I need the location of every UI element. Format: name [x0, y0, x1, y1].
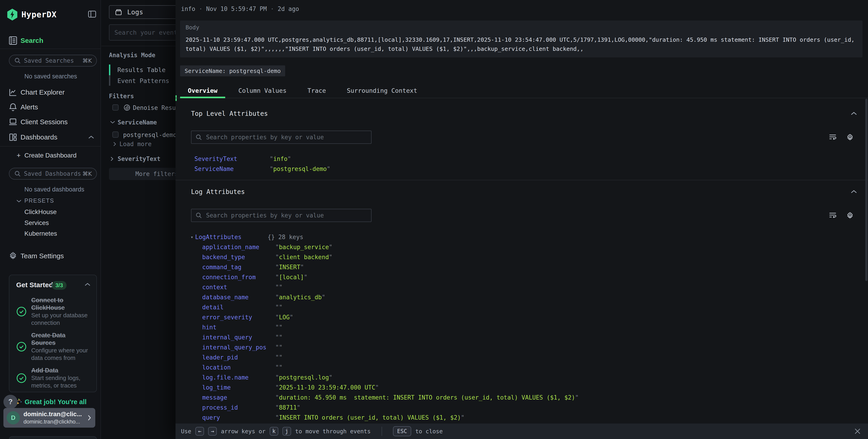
tab-surrounding-context[interactable]: Surrounding Context: [339, 85, 425, 98]
attribute-key[interactable]: database_name: [202, 294, 275, 301]
filter-option-postgresql-demo[interactable]: postgresql-demo: [123, 131, 177, 138]
sidebar-item-alerts[interactable]: Alerts: [0, 101, 101, 113]
preset-clickhouse[interactable]: ClickHouse: [24, 208, 57, 216]
sidebar-item-team-settings[interactable]: Team Settings: [0, 250, 101, 262]
mode-event-patterns[interactable]: Event Patterns: [117, 77, 169, 84]
postgresql-demo-checkbox[interactable]: [113, 131, 119, 138]
chevron-down-icon[interactable]: [110, 120, 116, 124]
scrollbar-thumb[interactable]: [865, 99, 868, 281]
attribute-value[interactable]: LOG: [275, 314, 293, 321]
tab-overview[interactable]: Overview: [180, 85, 225, 98]
attribute-value[interactable]: [local]: [275, 274, 308, 281]
attribute-key[interactable]: backend_type: [202, 254, 275, 260]
filter-group-servicename[interactable]: ServiceName: [118, 119, 157, 126]
attribute-key[interactable]: detail: [202, 304, 275, 311]
attribute-key[interactable]: ServiceName: [194, 165, 270, 172]
attribute-value[interactable]: client backend: [275, 254, 332, 260]
wrap-lines-icon[interactable]: [829, 212, 837, 220]
chevron-right-icon[interactable]: [113, 141, 117, 147]
sidebar-item-client-sessions[interactable]: Client Sessions: [0, 116, 101, 128]
chevron-up-icon[interactable]: [88, 135, 95, 139]
chevron-up-icon[interactable]: [84, 282, 91, 286]
presets-toggle[interactable]: PRESETS: [0, 196, 101, 206]
chevron-up-icon[interactable]: [850, 111, 858, 116]
tab-column-values[interactable]: Column Values: [231, 85, 294, 98]
attribute-value[interactable]: [275, 284, 282, 291]
attribute-key[interactable]: command_tag: [202, 264, 275, 271]
bottom-banner-partial[interactable]: [9, 436, 97, 439]
saved-dashboards-field[interactable]: [24, 170, 83, 177]
attribute-value[interactable]: INSERT INTO orders (user_id, total) VALU…: [275, 414, 465, 421]
attribute-value[interactable]: [275, 304, 282, 311]
tree-collapse-icon[interactable]: ▾: [191, 234, 195, 240]
chevron-right-icon[interactable]: [110, 156, 114, 162]
attribute-key[interactable]: error_severity: [202, 314, 275, 321]
attribute-key[interactable]: log_time: [202, 384, 275, 391]
create-dashboard-button[interactable]: + Create Dashboard: [0, 150, 101, 161]
load-more-link[interactable]: Load more: [119, 140, 152, 148]
attribute-key[interactable]: process_id: [202, 404, 275, 411]
attribute-key[interactable]: internal_query_pos: [202, 344, 275, 351]
attribute-key[interactable]: internal_query: [202, 334, 275, 341]
top-level-search-input[interactable]: [191, 131, 372, 144]
attribute-key[interactable]: message: [202, 394, 275, 401]
brand[interactable]: HyperDX: [7, 9, 57, 21]
preset-kubernetes[interactable]: Kubernetes: [24, 230, 57, 237]
log-attributes-search-field[interactable]: [206, 212, 371, 219]
attribute-value[interactable]: postgresql-demo: [270, 165, 330, 172]
user-menu[interactable]: D dominic.tran@clic... dominic.tran@clic…: [3, 408, 95, 428]
attribute-value[interactable]: [275, 344, 282, 351]
attribute-key[interactable]: hint: [202, 324, 275, 331]
service-tag-chip[interactable]: ServiceName: postgresql-demo: [180, 65, 285, 76]
attribute-value[interactable]: duration: 45.950 ms statement: INSERT IN…: [275, 394, 579, 401]
attribute-value[interactable]: INSERT: [275, 264, 304, 271]
log-attributes-root-row: ▾ LogAttributes {} 28 keys: [191, 232, 242, 242]
saved-searches-input[interactable]: ⌘K: [9, 55, 97, 67]
sidebar-collapse-icon[interactable]: [88, 10, 96, 18]
get-started-title: Get Started: [16, 281, 53, 289]
attribute-value[interactable]: 88711: [275, 404, 301, 411]
attribute-value[interactable]: 2025-11-10 23:59:47.000 UTC: [275, 384, 379, 391]
body-text[interactable]: 2025-11-10 23:59:47.000 UTC,postgres,ana…: [186, 35, 857, 54]
settings-gear-icon[interactable]: [846, 212, 854, 220]
attribute-value[interactable]: [275, 354, 282, 361]
attribute-key[interactable]: log.file.name: [202, 374, 275, 381]
saved-dashboards-input[interactable]: ⌘K: [9, 168, 97, 180]
help-button[interactable]: ?: [3, 395, 18, 409]
attribute-key[interactable]: leader_pid: [202, 354, 275, 361]
chevron-up-icon[interactable]: [850, 189, 858, 194]
get-started-header[interactable]: Get Started 3/3: [9, 275, 96, 291]
attribute-value[interactable]: info: [270, 155, 291, 162]
sidebar-item-chart-explorer[interactable]: Chart Explorer: [0, 86, 101, 98]
mode-results-table[interactable]: Results Table: [117, 66, 165, 73]
attribute-value[interactable]: postgresql.log: [275, 374, 332, 381]
attribute-key[interactable]: SeverityText: [194, 155, 270, 162]
attribute-value[interactable]: backup_service: [275, 244, 332, 251]
get-started-step-sources[interactable]: Create Data Sources Configure where your…: [16, 332, 91, 362]
wrap-lines-icon[interactable]: [829, 133, 837, 141]
filter-group-severitytext[interactable]: SeverityText: [118, 155, 160, 162]
attribute-key[interactable]: context: [202, 284, 275, 291]
get-started-card: Get Started 3/3 Connect to ClickHouse Se…: [9, 275, 97, 392]
attribute-value[interactable]: [275, 334, 282, 341]
tab-trace[interactable]: Trace: [300, 85, 334, 98]
top-level-search-field[interactable]: [206, 134, 371, 140]
saved-searches-field[interactable]: [24, 57, 83, 64]
attribute-value[interactable]: [275, 364, 282, 371]
get-started-step-add-data[interactable]: Add Data Start sending logs, metrics, or…: [16, 367, 91, 389]
attribute-key[interactable]: query: [202, 414, 275, 421]
attribute-key[interactable]: location: [202, 364, 275, 371]
attribute-key[interactable]: connection_from: [202, 274, 275, 281]
tree-root-key[interactable]: LogAttributes: [195, 233, 242, 241]
preset-services[interactable]: Services: [24, 219, 49, 226]
sidebar-item-search[interactable]: Search: [0, 35, 101, 46]
settings-gear-icon[interactable]: [846, 133, 854, 141]
close-icon[interactable]: [854, 427, 862, 435]
log-attributes-search-input[interactable]: [191, 209, 372, 222]
denoise-checkbox[interactable]: [113, 104, 119, 111]
sidebar-item-dashboards[interactable]: Dashboards: [0, 131, 101, 143]
attribute-value[interactable]: analytics_db: [275, 294, 325, 301]
get-started-step-connect[interactable]: Connect to ClickHouse Set up your databa…: [16, 296, 91, 326]
attribute-value[interactable]: [275, 324, 282, 331]
attribute-key[interactable]: application_name: [202, 244, 275, 251]
